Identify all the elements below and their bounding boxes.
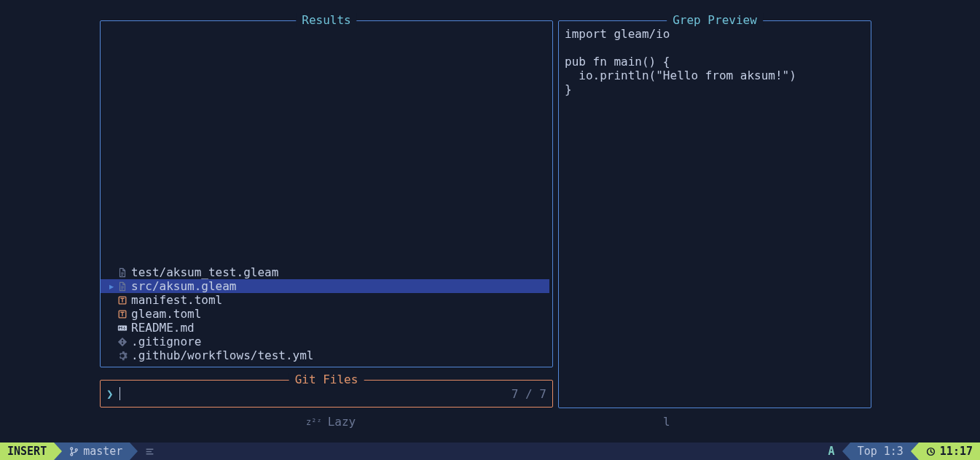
file-name: src/aksum.gleam (130, 279, 237, 293)
search-input[interactable] (120, 387, 511, 401)
search-title: Git Files (289, 373, 364, 386)
file-row[interactable]: test/aksum_test.gleam (101, 265, 549, 279)
row-marker-icon (108, 335, 115, 348)
statusline: INSERT master A Top 1:3 (0, 443, 980, 460)
preview-title: Grep Preview (667, 13, 763, 27)
file-icon (115, 281, 130, 292)
branch-label: master (83, 445, 122, 458)
row-marker-icon (108, 293, 115, 307)
svg-point-4 (122, 342, 123, 343)
file-row[interactable]: .gitignore (101, 335, 549, 348)
row-marker-icon (108, 348, 115, 362)
search-count: 7 / 7 (511, 387, 546, 401)
results-list[interactable]: test/aksum_test.gleam▸ src/aksum.gleam m… (101, 265, 549, 362)
svg-point-6 (71, 453, 73, 456)
gear-icon (115, 351, 130, 361)
row-marker-icon (108, 321, 115, 335)
sleep-icon: z²ᶻ (306, 417, 322, 427)
file-name: README.md (130, 321, 195, 335)
row-marker-icon: ▸ (108, 279, 115, 293)
file-icon (115, 268, 130, 278)
svg-point-3 (122, 340, 123, 341)
status-file-flag: A (821, 443, 842, 460)
toml-icon (115, 309, 130, 319)
separator-icon (130, 443, 138, 460)
file-row[interactable]: gleam.toml (101, 307, 549, 321)
search-panel[interactable]: Git Files ❯ 7 / 7 (100, 380, 553, 408)
markdown-icon (115, 323, 130, 333)
preview-panel: Grep Preview import gleam/io pub fn main… (558, 20, 871, 408)
file-row[interactable]: README.md (101, 321, 549, 335)
file-name: gleam.toml (130, 307, 201, 321)
toml-icon (115, 295, 130, 305)
file-row[interactable]: .github/workflows/test.yml (101, 348, 549, 362)
branch-icon (69, 447, 79, 456)
status-filetype (138, 443, 166, 460)
separator-icon (842, 443, 850, 460)
file-name: .gitignore (130, 335, 201, 348)
tab-hint-left: Lazy (328, 415, 356, 429)
git-icon (115, 337, 130, 347)
status-mode: INSERT (0, 443, 54, 460)
tabline: z²ᶻ Lazy l (0, 415, 980, 429)
results-title: Results (296, 13, 356, 27)
lines-icon (145, 447, 154, 456)
separator-icon (911, 443, 919, 460)
row-marker-icon (108, 307, 115, 321)
separator-icon (54, 443, 62, 460)
file-row[interactable]: manifest.toml (101, 293, 549, 307)
status-position: Top 1:3 (850, 443, 911, 460)
search-prompt-icon: ❯ (106, 387, 114, 401)
svg-point-7 (75, 448, 77, 451)
file-name: .github/workflows/test.yml (130, 348, 313, 362)
file-name: test/aksum_test.gleam (130, 265, 278, 279)
preview-code: import gleam/io pub fn main() { io.print… (559, 21, 871, 102)
status-clock: 11:17 (919, 443, 980, 460)
row-marker-icon (108, 265, 115, 279)
status-branch: master (62, 443, 130, 460)
file-name: manifest.toml (130, 293, 222, 307)
file-row[interactable]: ▸ src/aksum.gleam (101, 279, 549, 293)
clock-icon (926, 447, 936, 456)
results-panel: Results test/aksum_test.gleam▸ src/aksum… (100, 20, 553, 367)
tab-hint-right: l (663, 415, 670, 429)
clock-label: 11:17 (940, 445, 973, 458)
svg-point-5 (71, 447, 73, 449)
